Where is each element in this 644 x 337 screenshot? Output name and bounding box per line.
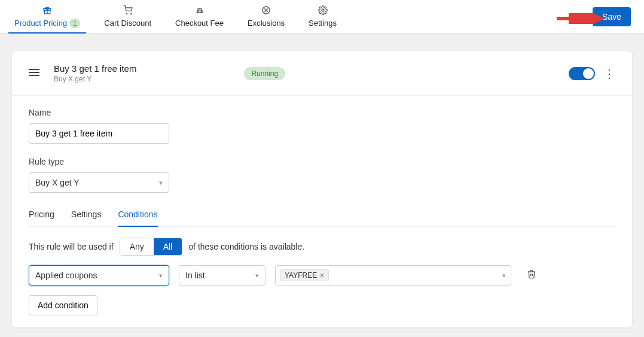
tab-label: Cart Discount: [104, 19, 151, 28]
add-condition-button[interactable]: Add condition: [29, 295, 97, 315]
tab-exclusions[interactable]: Exclusions: [236, 0, 297, 34]
rule-header: Buy 3 get 1 free item Buy X get Y Runnin…: [12, 51, 632, 96]
tab-product-pricing[interactable]: Product Pricing 1: [2, 0, 92, 34]
tab-cart-discount[interactable]: Cart Discount: [92, 0, 163, 34]
content-area: Buy 3 get 1 free item Buy X get Y Runnin…: [0, 34, 644, 337]
tab-label: Settings: [309, 19, 337, 28]
subtab-conditions[interactable]: Conditions: [118, 206, 157, 226]
coupon-tag: YAYFREE ✕: [280, 269, 329, 281]
cond-suffix: of these conditions is available.: [188, 242, 304, 251]
rule-header-right: ⋮: [569, 66, 615, 81]
status-badge: Running: [244, 67, 285, 80]
ruletype-select[interactable]: Buy X get Y ▾: [29, 172, 169, 193]
rule-body: Name Rule type Buy X get Y ▾ Pricing Set…: [12, 96, 632, 327]
enable-toggle[interactable]: [569, 67, 595, 80]
svg-point-4: [130, 13, 131, 14]
name-input[interactable]: [29, 123, 169, 144]
rule-subtitle: Buy X get Y: [54, 75, 136, 83]
delete-condition-icon[interactable]: [527, 269, 536, 281]
chevron-down-icon: ▾: [159, 272, 163, 280]
cond-prefix: This rule will be used if: [29, 242, 114, 251]
condition-field-select[interactable]: Applied coupons ▾: [29, 265, 169, 286]
drag-handle-icon[interactable]: [29, 67, 39, 80]
chevron-down-icon: ▾: [502, 272, 506, 280]
ruletype-label: Rule type: [29, 157, 615, 166]
exclusion-icon: [261, 5, 271, 17]
svg-point-3: [126, 13, 127, 14]
rule-card: Buy 3 get 1 free item Buy X get Y Runnin…: [12, 51, 632, 327]
seg-all[interactable]: All: [154, 238, 182, 255]
condition-mode-line: This rule will be used if Any All of the…: [29, 238, 615, 256]
chevron-down-icon: ▾: [255, 272, 259, 280]
name-block: Name: [29, 108, 615, 144]
condition-value-multiselect[interactable]: YAYFREE ✕ ▾: [275, 265, 511, 286]
ruletype-block: Rule type Buy X get Y ▾: [29, 157, 615, 193]
subtab-settings[interactable]: Settings: [71, 206, 102, 226]
gear-icon: [318, 5, 328, 17]
count-badge: 1: [69, 19, 80, 28]
remove-tag-icon[interactable]: ✕: [319, 272, 325, 280]
rule-title: Buy 3 get 1 free item: [54, 63, 136, 74]
condition-operator-select[interactable]: In list ▾: [179, 265, 265, 286]
tab-checkout-fee[interactable]: Checkout Fee: [163, 0, 236, 34]
top-bar: Product Pricing 1 Cart Discount Checkout…: [0, 0, 644, 34]
any-all-segment: Any All: [120, 238, 183, 256]
tab-label: Product Pricing: [14, 19, 67, 28]
coupon-tag-label: YAYFREE: [285, 271, 317, 280]
car-icon: [195, 5, 205, 17]
condition-operator-value: In list: [185, 271, 205, 280]
more-menu-icon[interactable]: ⋮: [603, 66, 615, 81]
gift-icon: [42, 5, 52, 17]
tab-label: Checkout Fee: [175, 19, 224, 28]
cart-icon: [123, 5, 133, 17]
rule-titles: Buy 3 get 1 free item Buy X get Y: [54, 63, 136, 83]
seg-any[interactable]: Any: [120, 238, 154, 255]
chevron-down-icon: ▾: [159, 179, 163, 187]
name-label: Name: [29, 108, 615, 117]
tab-settings[interactable]: Settings: [297, 0, 349, 34]
tab-label: Exclusions: [248, 19, 285, 28]
rule-subtabs: Pricing Settings Conditions: [29, 206, 615, 227]
top-tabs: Product Pricing 1 Cart Discount Checkout…: [0, 0, 349, 34]
svg-point-10: [322, 9, 324, 11]
condition-field-value: Applied coupons: [35, 271, 97, 280]
save-button[interactable]: Save: [593, 7, 631, 26]
ruletype-value: Buy X get Y: [35, 178, 80, 187]
subtab-pricing[interactable]: Pricing: [29, 206, 54, 226]
condition-row: Applied coupons ▾ In list ▾ YAYFREE ✕ ▾: [29, 265, 615, 286]
